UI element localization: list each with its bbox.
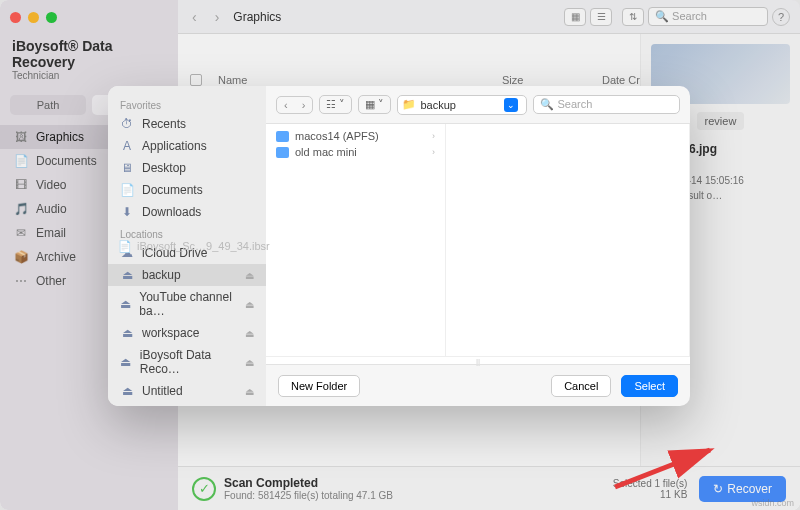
grid-view-button[interactable]: ▦ <box>564 8 586 26</box>
search-placeholder: Search <box>672 10 707 22</box>
search-input[interactable]: 🔍 Search <box>648 7 768 26</box>
sort-button[interactable]: ⇅ <box>622 8 644 26</box>
nav-back-icon[interactable]: ‹ <box>188 9 201 25</box>
app-title: iBoysoft® Data Recovery <box>12 38 166 70</box>
selected-size: 11 KB <box>613 489 687 500</box>
category-label: Graphics <box>36 130 84 144</box>
scan-status-title: Scan Completed <box>224 476 393 490</box>
category-label: Audio <box>36 202 67 216</box>
breadcrumb: Graphics <box>233 10 281 24</box>
browser-item: 📄iBoysoft_Sc…9_49_34.ibsr <box>108 86 690 406</box>
list-view-button[interactable]: ☰ <box>590 8 612 26</box>
nav-forward-icon[interactable]: › <box>211 9 224 25</box>
category-icon: 🖼 <box>14 130 28 144</box>
category-label: Archive <box>36 250 76 264</box>
category-icon: 📄 <box>14 154 28 168</box>
category-icon: ✉ <box>14 226 28 240</box>
footer: ✓ Scan Completed Found: 581425 file(s) t… <box>178 466 800 510</box>
save-dialog: Favorites ⏱RecentsAApplications🖥Desktop📄… <box>108 86 690 406</box>
category-label: Other <box>36 274 66 288</box>
close-window-button[interactable] <box>10 12 21 23</box>
category-icon: 🎞 <box>14 178 28 192</box>
category-icon: ⋯ <box>14 274 28 288</box>
recover-label: Recover <box>727 482 772 496</box>
item-label: iBoysoft_Sc…9_49_34.ibsr <box>137 240 270 252</box>
maximize-window-button[interactable] <box>46 12 57 23</box>
content-toolbar: ‹ › Graphics ▦ ☰ ⇅ 🔍 Search ? <box>178 0 800 34</box>
dialog-column-view: 📄iBoysoft_Sc…9_49_34.ibsrmacos14 (APFS)›… <box>266 124 690 356</box>
minimize-window-button[interactable] <box>28 12 39 23</box>
category-label: Documents <box>36 154 97 168</box>
category-icon: 🎵 <box>14 202 28 216</box>
watermark: wsidn.com <box>751 498 794 508</box>
scan-status-detail: Found: 581425 file(s) totaling 47.1 GB <box>224 490 393 501</box>
category-label: Email <box>36 226 66 240</box>
preview-button[interactable]: review <box>697 112 745 130</box>
file-icon: 📄 <box>118 240 131 253</box>
tab-path[interactable]: Path <box>10 95 86 115</box>
scan-complete-icon: ✓ <box>192 477 216 501</box>
app-subtitle: Technician <box>12 70 166 81</box>
dialog-column-1[interactable]: 📄iBoysoft_Sc…9_49_34.ibsrmacos14 (APFS)›… <box>266 124 446 356</box>
category-label: Video <box>36 178 66 192</box>
selected-count: Selected 1 file(s) <box>613 478 687 489</box>
help-button[interactable]: ? <box>772 8 790 26</box>
select-all-checkbox[interactable] <box>190 74 202 86</box>
traffic-lights <box>10 12 57 23</box>
category-icon: 📦 <box>14 250 28 264</box>
